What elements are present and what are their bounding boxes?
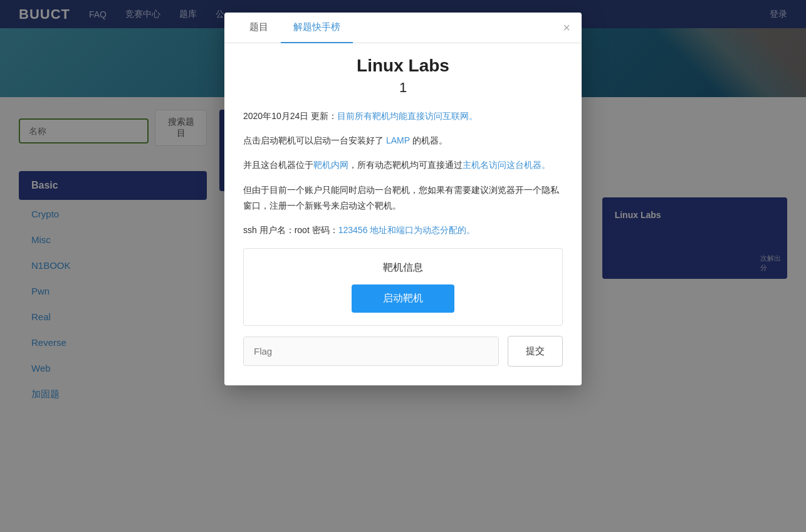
submit-button[interactable]: 提交 [508, 336, 563, 367]
para2-after: 的机器。 [410, 135, 447, 145]
page-container: BUUCT FAQ 竞赛中心 题库 公 登录 搜索题目 Basic Crypto… [0, 0, 806, 532]
modal-para-5: ssh 用户名：root 密码：123456 地址和端口为动态分配的。 [243, 222, 563, 238]
para1-highlight: 目前所有靶机均能直接访问互联网。 [337, 111, 478, 121]
modal-para-3: 并且这台机器位于靶机内网，所有动态靶机均可直接通过主机名访问这台机器。 [243, 157, 563, 173]
para2-lamp: LAMP [386, 135, 410, 145]
modal-para-2: 点击启动靶机可以启动一台安装好了 LAMP 的机器。 [243, 133, 563, 149]
para5-before: ssh 用户名：root 密码： [243, 225, 338, 235]
tab-problems[interactable]: 题目 [237, 13, 281, 43]
modal-title: Linux Labs [243, 56, 563, 76]
close-button[interactable]: × [563, 21, 570, 34]
para3-before: 并且这台机器位于 [243, 160, 313, 170]
para2-before: 点击启动靶机可以启动一台安装好了 [243, 135, 386, 145]
modal-dialog: 题目 解题快手榜 × Linux Labs 1 2020年10月24日 更新：目… [224, 13, 582, 385]
start-machine-button[interactable]: 启动靶机 [352, 284, 454, 313]
para5-highlight: 123456 地址和端口为动态分配的。 [338, 225, 476, 235]
para3-h1: 靶机内网 [313, 160, 348, 170]
modal-para-4: 但由于目前一个账户只能同时启动一台靶机，您如果有需要建议浏览器开一个隐私窗口，注… [243, 182, 563, 214]
tab-leaderboard[interactable]: 解题快手榜 [281, 13, 353, 43]
flag-section: 提交 [243, 336, 563, 373]
target-info-box: 靶机信息 启动靶机 [243, 248, 563, 326]
para3-mid: ，所有动态靶机均可直接通过 [348, 160, 463, 170]
modal-tabs: 题目 解题快手榜 × [224, 13, 582, 43]
modal-score: 1 [243, 80, 563, 96]
flag-input[interactable] [243, 336, 499, 366]
modal-para-1: 2020年10月24日 更新：目前所有靶机均能直接访问互联网。 [243, 108, 563, 124]
modal-overlay: 题目 解题快手榜 × Linux Labs 1 2020年10月24日 更新：目… [0, 0, 806, 532]
modal-body: Linux Labs 1 2020年10月24日 更新：目前所有靶机均能直接访问… [224, 43, 582, 385]
target-box-title: 靶机信息 [256, 261, 550, 274]
para4-text: 但由于目前一个账户只能同时启动一台靶机，您如果有需要建议浏览器开一个隐私窗口，注… [243, 185, 559, 211]
para3-h2: 主机名访问这台机器。 [463, 160, 550, 170]
para1-normal: 2020年10月24日 更新： [243, 111, 337, 121]
